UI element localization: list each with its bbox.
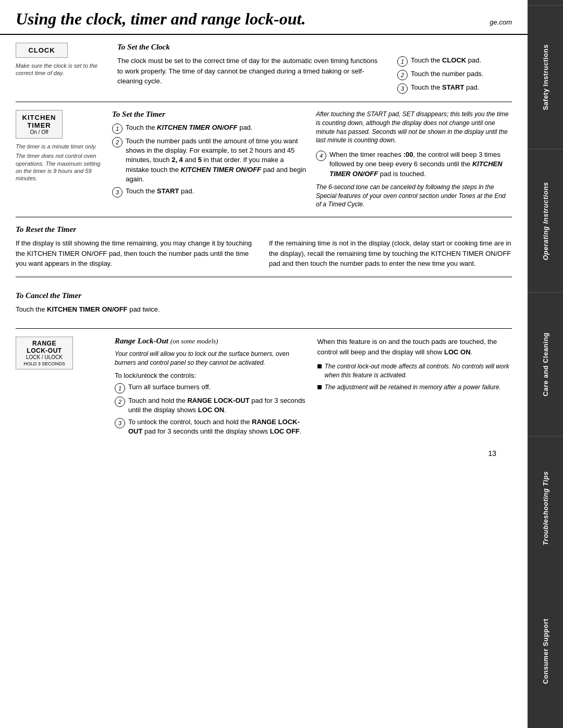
timer-caption-1: The timer is a minute timer only.: [16, 143, 107, 150]
clock-step-2: 2 Touch the number pads.: [397, 69, 512, 80]
lockout-instructions-title: To lock/unlock the controls:: [115, 372, 310, 379]
kitchen-timer-device-box: KITCHEN TIMER On / Off: [16, 110, 63, 139]
clock-label: CLOCK: [21, 46, 62, 54]
page-header: Using the clock, timer and range lock-ou…: [0, 0, 528, 35]
reset-left-col: If the display is still showing the time…: [16, 238, 259, 269]
kitchen-timer-label-2: TIMER: [21, 121, 57, 129]
clock-left-col: CLOCK Make sure the clock is set to the …: [16, 43, 107, 94]
range-lockout-line2: HOLD 3 SECONDS: [20, 361, 68, 366]
lockout-bullet-1: The control lock-out mode affects all co…: [317, 362, 512, 380]
reset-right-col: If the remaining time is not in the disp…: [269, 238, 512, 269]
timer-step-4: 4 When the timer reaches :00, the contro…: [316, 150, 512, 179]
lockout-step-text-2: Touch and hold the RANGE LOCK-OUT pad fo…: [128, 396, 310, 415]
lockout-section: RANGE LOCK-OUT LOCK / ULOCK HOLD 3 SECON…: [16, 329, 512, 444]
timer-step-text-4: When the timer reaches :00, the control …: [329, 150, 512, 179]
range-lockout-subtitle: LOCK-OUT: [20, 347, 68, 354]
lockout-italic-text: Your control will allow you to lock out …: [115, 350, 310, 367]
timer-step-num-3: 3: [112, 187, 123, 198]
clock-step-text-3: Touch the START pad.: [411, 83, 479, 92]
lockout-bullet-text-1: The control lock-out mode affects all co…: [325, 362, 512, 380]
timer-step-num-1: 1: [112, 124, 123, 134]
timer-steps-right: After touching the START pad, SET disapp…: [316, 110, 512, 209]
page-title: Using the clock, timer and range lock-ou…: [16, 9, 305, 29]
range-lockout-line1: LOCK / ULOCK: [20, 354, 68, 360]
kitchen-timer-sublabel: On / Off: [21, 129, 57, 135]
clock-step-num-2: 2: [397, 70, 408, 80]
reset-right-text: If the remaining time is not in the disp…: [269, 238, 512, 269]
timer-step-2: 2 Touch the number pads until the amount…: [112, 137, 308, 184]
cancel-timer-section: To Cancel the Timer Touch the KITCHEN TI…: [16, 277, 512, 329]
timer-section: KITCHEN TIMER On / Off The timer is a mi…: [16, 102, 512, 217]
timer-step-3: 3 Touch the START pad.: [112, 187, 308, 198]
website: ge.com: [489, 18, 512, 26]
clock-description: The clock must be set to the correct tim…: [117, 56, 382, 87]
kitchen-timer-label-1: KITCHEN: [21, 114, 57, 121]
clock-step-num-3: 3: [397, 83, 408, 94]
clock-caption: Make sure the clock is set to the correc…: [16, 62, 107, 77]
clock-section: CLOCK Make sure the clock is set to the …: [16, 35, 512, 102]
reset-timer-section: To Reset the Timer If the display is sti…: [16, 217, 512, 277]
lockout-bullet-text-2: The adjustment will be retained in memor…: [325, 383, 501, 392]
cancel-timer-text: Touch the KITCHEN TIMER ON/OFF pad twice…: [16, 304, 512, 315]
lockout-steps-container: 1 Turn all surface burners off. 2 Touch …: [115, 382, 310, 437]
timer-right-text-top: After touching the START pad, SET disapp…: [316, 110, 512, 145]
timer-steps-left: To Set the Timer 1 Touch the KITCHEN TIM…: [112, 110, 308, 209]
timer-left-col: KITCHEN TIMER On / Off The timer is a mi…: [16, 110, 107, 209]
timer-step-text-2: Touch the number pads until the amount o…: [126, 137, 308, 184]
right-sidebar: Safety Instructions Operating Instructio…: [528, 0, 563, 728]
timer-caption-2: The timer does not control oven operatio…: [16, 152, 107, 182]
clock-step-text-1: Touch the CLOCK pad.: [411, 56, 481, 65]
lockout-step-2: 2 Touch and hold the RANGE LOCK-OUT pad …: [115, 396, 310, 415]
lockout-right-text: When this feature is on and the touch pa…: [317, 337, 512, 357]
lockout-step-num-1: 1: [115, 383, 125, 393]
lockout-steps-left: Range Lock-Out (on some models) Your con…: [115, 337, 310, 436]
lockout-step-3: 3 To unlock the control, touch and hold …: [115, 417, 310, 436]
range-lockout-device-box: RANGE LOCK-OUT LOCK / ULOCK HOLD 3 SECON…: [16, 337, 73, 369]
clock-step-1: 1 Touch the CLOCK pad.: [397, 56, 512, 67]
clock-step-3: 3 Touch the START pad.: [397, 83, 512, 94]
lockout-step-num-2: 2: [115, 397, 125, 407]
lockout-section-title: Range Lock-Out (on some models): [115, 337, 310, 346]
timer-step-text-3: Touch the START pad.: [126, 187, 194, 196]
clock-right-col: To Set the Clock The clock must be set t…: [117, 43, 512, 94]
range-lockout-title: RANGE: [20, 340, 68, 347]
bullet-icon-1: [317, 364, 322, 368]
lockout-step-text-1: Turn all surface burners off.: [128, 382, 211, 392]
timer-right-area: To Set the Timer 1 Touch the KITCHEN TIM…: [112, 110, 512, 209]
clock-device-box: CLOCK: [16, 43, 68, 58]
lockout-right-col: When this feature is on and the touch pa…: [317, 337, 512, 436]
timer-step-num-4: 4: [316, 151, 326, 161]
clock-section-title: To Set the Clock: [117, 43, 512, 52]
reset-left-text: If the display is still showing the time…: [16, 238, 259, 269]
timer-section-title: To Set the Timer: [112, 110, 308, 119]
timer-step-text-1: Touch the KITCHEN TIMER ON/OFF pad.: [126, 123, 252, 132]
page-number: 13: [16, 444, 512, 463]
sidebar-operating-instructions: Operating Instructions: [528, 149, 563, 293]
timer-step-num-2: 2: [112, 137, 123, 147]
clock-steps: 1 Touch the CLOCK pad. 2 Touch the numbe…: [397, 56, 512, 94]
lockout-bullet-2: The adjustment will be retained in memor…: [317, 383, 512, 392]
clock-step-text-2: Touch the number pads.: [411, 69, 483, 79]
lockout-step-text-3: To unlock the control, touch and hold th…: [128, 417, 310, 436]
lockout-left-col: RANGE LOCK-OUT LOCK / ULOCK HOLD 3 SECON…: [16, 337, 107, 436]
sidebar-care-cleaning: Care and Cleaning: [528, 292, 563, 436]
bullet-icon-2: [317, 385, 322, 389]
sidebar-safety-instructions: Safety Instructions: [528, 5, 563, 149]
lockout-right-area: Range Lock-Out (on some models) Your con…: [115, 337, 512, 436]
lockout-step-num-3: 3: [115, 418, 125, 428]
timer-steps-container: 1 Touch the KITCHEN TIMER ON/OFF pad. 2 …: [112, 123, 308, 198]
sidebar-troubleshooting: Troubleshooting Tips: [528, 436, 563, 580]
timer-right-text-bottom: The 6-second tone can be canceled by fol…: [316, 183, 512, 209]
timer-step-1: 1 Touch the KITCHEN TIMER ON/OFF pad.: [112, 123, 308, 134]
lockout-step-1: 1 Turn all surface burners off.: [115, 382, 310, 393]
sidebar-consumer-support: Consumer Support: [528, 579, 563, 723]
cancel-timer-title: To Cancel the Timer: [16, 291, 512, 300]
reset-timer-title: To Reset the Timer: [16, 225, 512, 234]
clock-step-num-1: 1: [397, 56, 408, 67]
